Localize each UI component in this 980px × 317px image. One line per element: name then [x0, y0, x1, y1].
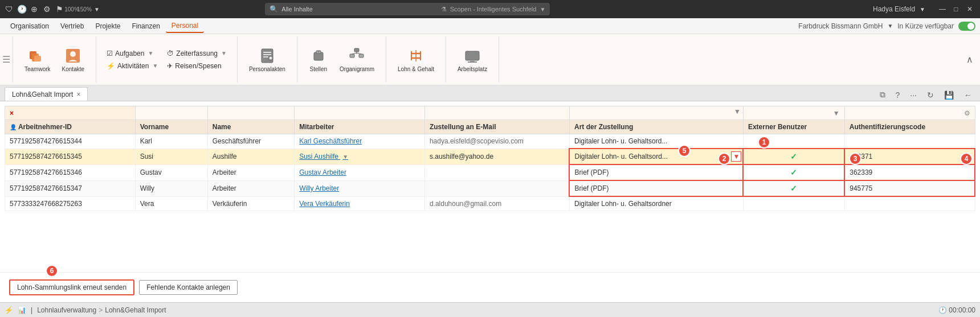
availability-toggle[interactable]	[958, 22, 975, 31]
reisen-spesen-button[interactable]: ✈ Reisen/Spesen	[164, 60, 230, 72]
cell-mitarbeiter[interactable]: Susi Aushilfe ▼	[295, 149, 425, 164]
arbeitsplatz-label: Arbeitsplatz	[458, 66, 487, 73]
flag-icon: ⚑	[55, 5, 64, 14]
cell-mitarbeiter[interactable]: Willy Arbeiter	[295, 180, 425, 196]
teamwork-label: Teamwork	[24, 66, 51, 73]
svg-rect-17	[359, 54, 364, 57]
back-button[interactable]: ←	[961, 89, 975, 101]
cell-id: 5771925874276615345	[5, 149, 136, 164]
copy-button[interactable]: ⧉	[876, 89, 889, 101]
toggle-switch[interactable]	[958, 22, 975, 31]
zoom-100-icon: 100%	[67, 5, 76, 14]
cell-externer: ✓	[743, 149, 844, 164]
tab-close-button[interactable]: ×	[76, 90, 80, 98]
close-button[interactable]: ✕	[964, 5, 975, 14]
annotation-badge-5: 5	[678, 145, 691, 157]
col-header-art[interactable]: Art der Zustellung	[569, 120, 743, 134]
bar-chart-icon: 📊	[18, 306, 26, 314]
collapse-ribbon-button[interactable]: ∧	[964, 52, 975, 67]
filter-vorname-cell	[135, 106, 207, 120]
resend-link-button[interactable]: Lohn-Sammlungslink erneut senden	[9, 279, 134, 295]
cell-mitarbeiter[interactable]: Karl Geschäftsführer	[295, 134, 425, 149]
menu-personal[interactable]: Personal	[166, 19, 204, 33]
personalakten-button[interactable]: Personalakten	[244, 36, 290, 83]
separator-pipe: |	[31, 306, 32, 314]
col-header-name[interactable]: Name	[207, 120, 294, 134]
cell-art: Brief (PDF)	[569, 164, 743, 180]
gear-icon[interactable]: ⚙	[42, 5, 51, 14]
search-bar[interactable]: 🔍 Alle Inhalte ⚗ Scopen - Intelligentes …	[265, 3, 550, 15]
menu-projekte[interactable]: Projekte	[89, 20, 126, 32]
personalakten-icon	[258, 47, 276, 65]
annotation-badge-2: 2	[718, 153, 730, 165]
arbeitsplatz-button[interactable]: Arbeitsplatz	[453, 36, 492, 83]
more-button[interactable]: ···	[906, 89, 920, 101]
col-header-mitarbeiter[interactable]: Mitarbeiter	[295, 120, 425, 134]
chart-icon: ⚡	[5, 306, 13, 314]
col-header-code[interactable]: Authentifizierungscode	[844, 120, 975, 134]
menu-finanzen[interactable]: Finanzen	[126, 20, 165, 32]
col-header-externer[interactable]: Externer Benutzer	[743, 120, 844, 134]
organigramm-button[interactable]: Organigramm	[335, 36, 379, 83]
table-row[interactable]: 5773333247668275263 Vera Verkäuferin Ver…	[5, 196, 975, 211]
refresh-button[interactable]: ↻	[924, 89, 937, 101]
col-header-vorname[interactable]: Vorname	[135, 120, 207, 134]
filter-art-cell: ▼	[569, 106, 743, 120]
cell-email	[424, 180, 569, 196]
maximize-button[interactable]: □	[950, 5, 962, 14]
dropdown-chevron-icon[interactable]: ▼	[342, 154, 348, 160]
ribbon-right: ∧	[964, 36, 980, 83]
kontakte-button[interactable]: Kontakte	[58, 36, 89, 83]
menu-vertrieb[interactable]: Vertrieb	[55, 20, 89, 32]
tab-bar: Lohn&Gehalt Import × ⧉ ? ··· ↻ 💾 ←	[0, 85, 980, 101]
table-row[interactable]: 5771925874276615347 Willy Arbeiter Willy…	[5, 180, 975, 196]
ribbon-section-stellen: Stellen Organigramm	[297, 36, 386, 83]
cell-mitarbeiter[interactable]: Gustav Arbeiter	[295, 164, 425, 180]
user-dropdown-icon[interactable]: ▼	[920, 6, 925, 13]
cell-externer: ✓	[743, 164, 844, 180]
sidebar-toggle-icon[interactable]: ☰	[2, 54, 10, 65]
aktivitaeten-button[interactable]: ⚡ Aktivitäten ▼	[103, 60, 161, 72]
filter-funnel-icon[interactable]: ▼	[734, 108, 741, 116]
svg-rect-15	[354, 48, 359, 52]
window-controls: — □ ✕	[937, 5, 975, 14]
tab-lohn-gehalt-import[interactable]: Lohn&Gehalt Import ×	[5, 87, 88, 101]
filter-clear-btn[interactable]: ×	[5, 106, 136, 120]
cell-vorname: Vera	[135, 196, 207, 211]
annotation-badge-1: 1	[758, 136, 770, 149]
lohn-gehalt-button[interactable]: Lohn & Gehalt	[393, 36, 439, 83]
plus-circle-icon[interactable]: ⊕	[30, 5, 39, 14]
help-button[interactable]: ?	[892, 89, 904, 101]
breadcrumb-import: Lohn&Gehalt Import	[105, 306, 166, 314]
cell-mitarbeiter[interactable]: Vera Verkäuferin	[295, 196, 425, 211]
ribbon-section-arbeitsplatz: Arbeitsplatz	[446, 36, 499, 83]
zeiterfassung-button[interactable]: ⏱ Zeiterfassung ▼	[164, 48, 230, 59]
title-bar: 🛡 🕐 ⊕ ⚙ ⚑ 100% 150% ▼ 🔍 Alle Inhalte ⚗ S…	[0, 0, 980, 18]
col-header-email[interactable]: Zustellung an E-Mail	[424, 120, 569, 134]
aufgaben-button[interactable]: ☑ Aufgaben ▼	[103, 48, 161, 59]
minimize-button[interactable]: —	[937, 5, 948, 14]
filter-settings-icon[interactable]: ⚙	[964, 109, 970, 117]
art-dropdown-icon[interactable]: ▼	[731, 151, 741, 162]
kontakte-icon	[64, 47, 82, 65]
search-dropdown-icon[interactable]: ▼	[540, 6, 545, 13]
save-button[interactable]: 💾	[941, 89, 957, 101]
cell-art: Digitaler Lohn- u. Gehaltsord... ▼	[569, 149, 743, 164]
col-header-id[interactable]: 👤 Arbeitnehmer-ID	[5, 120, 136, 134]
reisen-icon: ✈	[167, 62, 173, 70]
availability-label: In Kürze verfügbar	[897, 22, 954, 30]
ribbon-left-icon: ☰	[0, 36, 13, 83]
dropdown-arrow-icon[interactable]: ▼	[92, 5, 101, 14]
table-row[interactable]: 5771925874276615345 Susi Aushilfe Susi A…	[5, 149, 975, 164]
shield-icon: 🛡	[5, 5, 14, 14]
table-row[interactable]: 5771925874276615344 Karl Geschäftsführer…	[5, 134, 975, 149]
filter-dropdown-icon[interactable]: ▼	[833, 109, 840, 117]
svg-rect-16	[350, 54, 354, 57]
company-dropdown-icon[interactable]: ▼	[887, 23, 893, 29]
table-row[interactable]: 5771925874276615346 Gustav Arbeiter Gust…	[5, 164, 975, 180]
create-contacts-button[interactable]: Fehlende Kontakte anlegen	[139, 280, 238, 295]
teamwork-button[interactable]: Teamwork	[20, 36, 55, 83]
ribbon: ☰ Teamwork Kontakte	[0, 34, 980, 85]
stellen-button[interactable]: Stellen	[304, 36, 333, 83]
menu-organisation[interactable]: Organisation	[5, 20, 55, 32]
